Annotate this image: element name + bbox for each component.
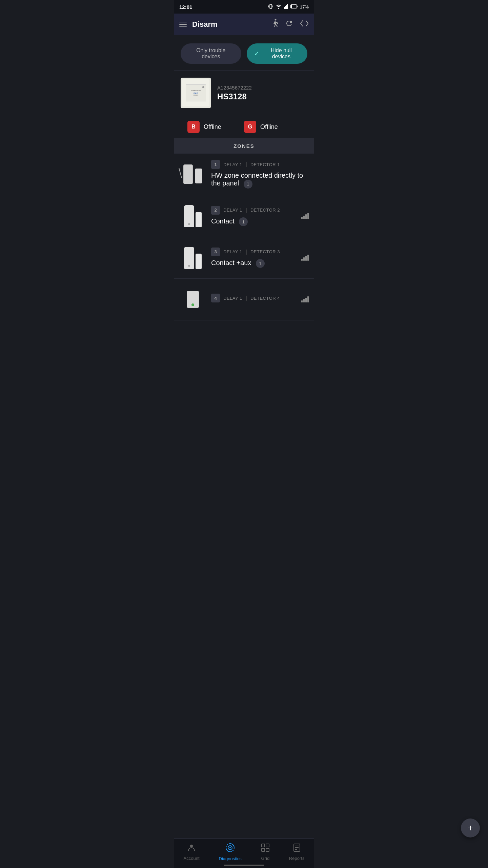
zones-header: ZONES bbox=[174, 138, 314, 154]
svg-rect-4 bbox=[291, 5, 292, 8]
nav-item-account[interactable]: Account bbox=[184, 843, 200, 861]
trouble-filter-button[interactable]: Only trouble devices bbox=[181, 43, 241, 64]
svg-rect-5 bbox=[297, 5, 298, 7]
zone-meta-1: 1 DELAY 1 | DETECTOR 1 bbox=[211, 160, 309, 169]
zone-num-badge-2: 2 bbox=[211, 206, 220, 215]
status-time: 12:01 bbox=[179, 4, 192, 10]
zone-info-3: 3 DELAY 1 | DETECTOR 3 Contact +aux 1 bbox=[211, 248, 309, 268]
zone-item[interactable]: 3 DELAY 1 | DETECTOR 3 Contact +aux 1 bbox=[174, 237, 314, 279]
status-b: B Offline bbox=[187, 121, 244, 133]
zone-num-badge-3: 3 bbox=[211, 248, 220, 256]
nav-item-grid[interactable]: Grid bbox=[261, 843, 270, 861]
top-bar: Disarm bbox=[174, 14, 314, 35]
zone-image-1 bbox=[179, 159, 206, 190]
panel-image: PowerSeries neo HS3128 bbox=[181, 78, 211, 108]
refresh-icon[interactable] bbox=[285, 19, 293, 29]
svg-rect-1 bbox=[268, 5, 269, 7]
svg-rect-10 bbox=[262, 844, 265, 847]
zone-count-1: 1 bbox=[244, 180, 252, 189]
grid-icon bbox=[261, 843, 270, 854]
b-badge: B bbox=[187, 121, 200, 133]
diagnostics-icon bbox=[225, 843, 235, 855]
zone-detector-3: DETECTOR 3 bbox=[250, 249, 280, 254]
zone-detector-4: DETECTOR 4 bbox=[250, 296, 280, 301]
svg-point-7 bbox=[190, 845, 193, 847]
hide-null-filter-button[interactable]: ✓ Hide null devices bbox=[247, 43, 307, 64]
panel-serial: A12345672222 bbox=[217, 85, 307, 91]
zone-type-2: DELAY 1 bbox=[223, 208, 242, 213]
zone-meta-2: 2 DELAY 1 | DETECTOR 2 bbox=[211, 206, 309, 215]
battery-percent: 17% bbox=[300, 4, 309, 9]
zone-meta-3: 3 DELAY 1 | DETECTOR 3 bbox=[211, 248, 309, 256]
zone-item[interactable]: 4 DELAY 1 | DETECTOR 4 bbox=[174, 279, 314, 320]
zone-num-badge-1: 1 bbox=[211, 160, 220, 169]
zone-type-1: DELAY 1 bbox=[223, 162, 242, 167]
zone-name-3: Contact +aux 1 bbox=[211, 259, 309, 268]
svg-rect-11 bbox=[266, 844, 269, 847]
zone-type-3: DELAY 1 bbox=[223, 249, 242, 254]
zone-count-3: 1 bbox=[256, 259, 265, 268]
g-status-label: Offline bbox=[260, 123, 278, 131]
page-title: Disarm bbox=[192, 20, 265, 29]
signal-bars-2 bbox=[301, 213, 309, 219]
svg-rect-13 bbox=[266, 848, 269, 851]
person-walk-icon[interactable] bbox=[271, 19, 278, 30]
g-badge: G bbox=[244, 121, 256, 133]
status-bar: 12:01 17% bbox=[174, 0, 314, 14]
signal-bars-3 bbox=[301, 255, 309, 261]
nav-item-diagnostics[interactable]: Diagnostics bbox=[219, 843, 242, 861]
zone-image-3 bbox=[179, 242, 206, 273]
zone-info-1: 1 DELAY 1 | DETECTOR 1 HW zone connected… bbox=[211, 160, 309, 189]
b-status-label: Offline bbox=[204, 123, 221, 131]
zone-name-1: HW zone connected directly to the panel … bbox=[211, 172, 309, 189]
hide-null-label: Hide null devices bbox=[263, 47, 300, 60]
svg-rect-0 bbox=[270, 4, 272, 8]
status-row: B Offline G Offline bbox=[174, 115, 314, 138]
zone-detector-2: DETECTOR 2 bbox=[250, 208, 280, 213]
panel-name: HS3128 bbox=[217, 92, 307, 101]
person-icon bbox=[187, 843, 196, 854]
status-icons: 17% bbox=[268, 3, 309, 11]
top-icons bbox=[271, 19, 309, 30]
status-g: G Offline bbox=[244, 121, 301, 133]
zone-info-4: 4 DELAY 1 | DETECTOR 4 bbox=[211, 294, 309, 305]
nav-label-diagnostics: Diagnostics bbox=[219, 856, 242, 861]
svg-point-6 bbox=[275, 19, 277, 21]
battery-icon bbox=[290, 4, 298, 9]
zone-image-4 bbox=[179, 284, 206, 315]
panel-card: PowerSeries neo HS3128 A12345672222 HS31… bbox=[174, 71, 314, 115]
nav-label-account: Account bbox=[184, 856, 200, 861]
zone-name-2: Contact 1 bbox=[211, 217, 309, 226]
zone-image-2 bbox=[179, 201, 206, 231]
signal-bars-4 bbox=[301, 296, 309, 302]
zone-num-badge-4: 4 bbox=[211, 294, 220, 302]
zone-type-4: DELAY 1 bbox=[223, 296, 242, 301]
filter-row: Only trouble devices ✓ Hide null devices bbox=[174, 35, 314, 71]
zone-meta-4: 4 DELAY 1 | DETECTOR 4 bbox=[211, 294, 309, 302]
code-icon[interactable] bbox=[300, 20, 309, 29]
svg-rect-12 bbox=[262, 848, 265, 851]
svg-rect-2 bbox=[272, 5, 273, 7]
svg-point-9 bbox=[229, 847, 231, 848]
bottom-nav: Account Diagnostics Grid bbox=[174, 839, 314, 868]
nav-label-grid: Grid bbox=[261, 856, 270, 861]
home-bar bbox=[224, 865, 264, 866]
reports-icon bbox=[292, 843, 301, 854]
zone-item[interactable]: 2 DELAY 1 | DETECTOR 2 Contact 1 bbox=[174, 195, 314, 237]
zone-info-2: 2 DELAY 1 | DETECTOR 2 Contact 1 bbox=[211, 206, 309, 226]
hamburger-icon[interactable] bbox=[179, 22, 187, 27]
wifi-icon bbox=[276, 4, 282, 10]
zone-item[interactable]: 1 DELAY 1 | DETECTOR 1 HW zone connected… bbox=[174, 154, 314, 195]
nav-item-reports[interactable]: Reports bbox=[289, 843, 305, 861]
zone-detector-1: DETECTOR 1 bbox=[250, 162, 280, 167]
vibrate-icon bbox=[268, 3, 273, 11]
panel-info: A12345672222 HS3128 bbox=[217, 85, 307, 101]
signal-icon bbox=[284, 4, 288, 10]
nav-label-reports: Reports bbox=[289, 856, 305, 861]
checkmark-icon: ✓ bbox=[254, 50, 259, 57]
zone-count-2: 1 bbox=[239, 217, 248, 226]
